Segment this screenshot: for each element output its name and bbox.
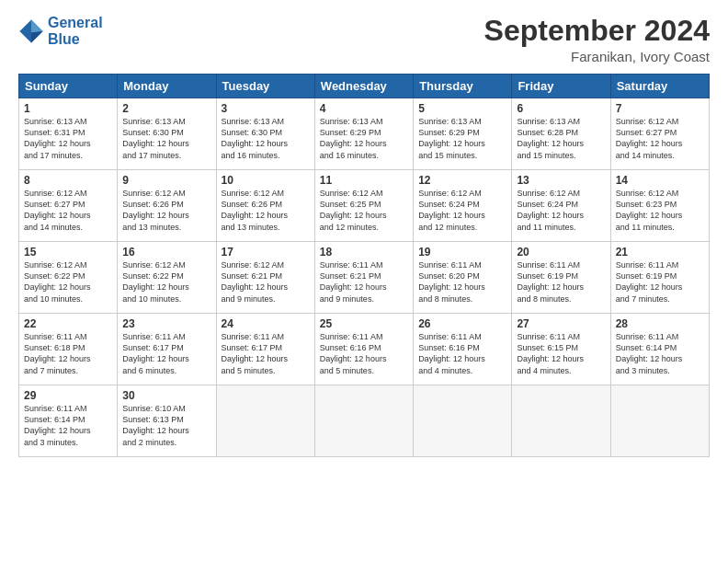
day-info: Sunrise: 6:12 AM Sunset: 6:24 PM Dayligh… xyxy=(517,188,605,233)
week-row-3: 15Sunrise: 6:12 AM Sunset: 6:22 PM Dayli… xyxy=(19,242,710,314)
day-info: Sunrise: 6:12 AM Sunset: 6:23 PM Dayligh… xyxy=(616,188,704,233)
day-cell xyxy=(512,385,610,457)
day-cell: 1Sunrise: 6:13 AM Sunset: 6:31 PM Daylig… xyxy=(19,98,118,170)
day-cell: 12Sunrise: 6:12 AM Sunset: 6:24 PM Dayli… xyxy=(414,170,512,242)
day-number: 8 xyxy=(24,174,112,187)
title-block: September 2024 Faranikan, Ivory Coast xyxy=(484,15,710,64)
day-number: 5 xyxy=(418,102,506,115)
day-info: Sunrise: 6:11 AM Sunset: 6:19 PM Dayligh… xyxy=(616,259,704,304)
day-cell: 4Sunrise: 6:13 AM Sunset: 6:29 PM Daylig… xyxy=(314,98,413,170)
logo-icon xyxy=(18,18,44,44)
day-cell: 28Sunrise: 6:11 AM Sunset: 6:14 PM Dayli… xyxy=(610,314,709,385)
day-info: Sunrise: 6:11 AM Sunset: 6:17 PM Dayligh… xyxy=(122,331,210,376)
header: General Blue September 2024 Faranikan, I… xyxy=(18,15,710,64)
day-info: Sunrise: 6:11 AM Sunset: 6:17 PM Dayligh… xyxy=(222,331,310,376)
day-cell: 8Sunrise: 6:12 AM Sunset: 6:27 PM Daylig… xyxy=(19,170,118,242)
logo: General Blue xyxy=(18,15,103,47)
day-cell: 30Sunrise: 6:10 AM Sunset: 6:13 PM Dayli… xyxy=(118,385,216,457)
day-info: Sunrise: 6:11 AM Sunset: 6:14 PM Dayligh… xyxy=(616,331,704,376)
weekday-header-friday: Friday xyxy=(512,75,610,98)
day-info: Sunrise: 6:12 AM Sunset: 6:26 PM Dayligh… xyxy=(222,188,310,233)
day-info: Sunrise: 6:12 AM Sunset: 6:26 PM Dayligh… xyxy=(122,188,210,233)
day-cell: 21Sunrise: 6:11 AM Sunset: 6:19 PM Dayli… xyxy=(610,242,709,314)
day-number: 29 xyxy=(24,389,112,402)
day-cell: 15Sunrise: 6:12 AM Sunset: 6:22 PM Dayli… xyxy=(19,242,118,314)
day-number: 10 xyxy=(222,174,310,187)
month-title: September 2024 xyxy=(484,15,710,47)
day-info: Sunrise: 6:13 AM Sunset: 6:30 PM Dayligh… xyxy=(122,116,210,161)
day-cell: 14Sunrise: 6:12 AM Sunset: 6:23 PM Dayli… xyxy=(610,170,709,242)
day-info: Sunrise: 6:11 AM Sunset: 6:16 PM Dayligh… xyxy=(320,331,408,376)
day-cell xyxy=(314,385,413,457)
weekday-header-row: SundayMondayTuesdayWednesdayThursdayFrid… xyxy=(19,75,710,98)
day-cell: 20Sunrise: 6:11 AM Sunset: 6:19 PM Dayli… xyxy=(512,242,610,314)
day-number: 26 xyxy=(418,317,506,330)
day-number: 7 xyxy=(616,102,704,115)
day-cell xyxy=(610,385,709,457)
day-number: 25 xyxy=(320,317,408,330)
day-cell: 2Sunrise: 6:13 AM Sunset: 6:30 PM Daylig… xyxy=(118,98,216,170)
day-info: Sunrise: 6:12 AM Sunset: 6:22 PM Dayligh… xyxy=(24,259,112,304)
day-info: Sunrise: 6:13 AM Sunset: 6:29 PM Dayligh… xyxy=(418,116,506,161)
logo-text: General Blue xyxy=(48,15,103,47)
day-number: 1 xyxy=(24,102,112,115)
day-number: 3 xyxy=(222,102,310,115)
day-info: Sunrise: 6:11 AM Sunset: 6:14 PM Dayligh… xyxy=(24,403,112,448)
day-number: 13 xyxy=(517,174,605,187)
day-number: 20 xyxy=(517,246,605,259)
day-number: 21 xyxy=(616,246,704,259)
weekday-header-wednesday: Wednesday xyxy=(314,75,413,98)
day-number: 2 xyxy=(122,102,210,115)
day-cell: 25Sunrise: 6:11 AM Sunset: 6:16 PM Dayli… xyxy=(314,314,413,385)
day-info: Sunrise: 6:11 AM Sunset: 6:16 PM Dayligh… xyxy=(418,331,506,376)
day-number: 17 xyxy=(222,246,310,259)
location-title: Faranikan, Ivory Coast xyxy=(484,49,710,64)
day-cell: 3Sunrise: 6:13 AM Sunset: 6:30 PM Daylig… xyxy=(216,98,314,170)
day-cell: 7Sunrise: 6:12 AM Sunset: 6:27 PM Daylig… xyxy=(610,98,709,170)
weekday-header-thursday: Thursday xyxy=(414,75,512,98)
week-row-1: 1Sunrise: 6:13 AM Sunset: 6:31 PM Daylig… xyxy=(19,98,710,170)
day-number: 28 xyxy=(616,317,704,330)
day-cell: 19Sunrise: 6:11 AM Sunset: 6:20 PM Dayli… xyxy=(414,242,512,314)
day-cell: 27Sunrise: 6:11 AM Sunset: 6:15 PM Dayli… xyxy=(512,314,610,385)
day-number: 30 xyxy=(122,389,210,402)
day-info: Sunrise: 6:13 AM Sunset: 6:29 PM Dayligh… xyxy=(320,116,408,161)
day-number: 15 xyxy=(24,246,112,259)
day-cell: 23Sunrise: 6:11 AM Sunset: 6:17 PM Dayli… xyxy=(118,314,216,385)
day-cell xyxy=(216,385,314,457)
day-number: 22 xyxy=(24,317,112,330)
day-cell: 18Sunrise: 6:11 AM Sunset: 6:21 PM Dayli… xyxy=(314,242,413,314)
day-cell: 22Sunrise: 6:11 AM Sunset: 6:18 PM Dayli… xyxy=(19,314,118,385)
weekday-header-monday: Monday xyxy=(118,75,216,98)
svg-marker-2 xyxy=(31,31,43,43)
weekday-header-tuesday: Tuesday xyxy=(216,75,314,98)
day-info: Sunrise: 6:13 AM Sunset: 6:31 PM Dayligh… xyxy=(24,116,112,161)
day-number: 4 xyxy=(320,102,408,115)
day-info: Sunrise: 6:13 AM Sunset: 6:30 PM Dayligh… xyxy=(222,116,310,161)
day-cell xyxy=(414,385,512,457)
day-info: Sunrise: 6:12 AM Sunset: 6:24 PM Dayligh… xyxy=(418,188,506,233)
week-row-2: 8Sunrise: 6:12 AM Sunset: 6:27 PM Daylig… xyxy=(19,170,710,242)
day-cell: 26Sunrise: 6:11 AM Sunset: 6:16 PM Dayli… xyxy=(414,314,512,385)
day-info: Sunrise: 6:12 AM Sunset: 6:27 PM Dayligh… xyxy=(616,116,704,161)
day-info: Sunrise: 6:12 AM Sunset: 6:25 PM Dayligh… xyxy=(320,188,408,233)
day-info: Sunrise: 6:12 AM Sunset: 6:27 PM Dayligh… xyxy=(24,188,112,233)
day-number: 18 xyxy=(320,246,408,259)
day-cell: 6Sunrise: 6:13 AM Sunset: 6:28 PM Daylig… xyxy=(512,98,610,170)
day-number: 19 xyxy=(418,246,506,259)
day-info: Sunrise: 6:11 AM Sunset: 6:15 PM Dayligh… xyxy=(517,331,605,376)
day-info: Sunrise: 6:11 AM Sunset: 6:21 PM Dayligh… xyxy=(320,259,408,304)
day-number: 12 xyxy=(418,174,506,187)
day-info: Sunrise: 6:12 AM Sunset: 6:21 PM Dayligh… xyxy=(222,259,310,304)
day-cell: 24Sunrise: 6:11 AM Sunset: 6:17 PM Dayli… xyxy=(216,314,314,385)
day-number: 9 xyxy=(122,174,210,187)
day-cell: 29Sunrise: 6:11 AM Sunset: 6:14 PM Dayli… xyxy=(19,385,118,457)
day-number: 14 xyxy=(616,174,704,187)
calendar: SundayMondayTuesdayWednesdayThursdayFrid… xyxy=(18,74,710,457)
day-number: 24 xyxy=(222,317,310,330)
day-cell: 10Sunrise: 6:12 AM Sunset: 6:26 PM Dayli… xyxy=(216,170,314,242)
day-info: Sunrise: 6:11 AM Sunset: 6:18 PM Dayligh… xyxy=(24,331,112,376)
day-number: 11 xyxy=(320,174,408,187)
day-number: 16 xyxy=(122,246,210,259)
day-cell: 11Sunrise: 6:12 AM Sunset: 6:25 PM Dayli… xyxy=(314,170,413,242)
